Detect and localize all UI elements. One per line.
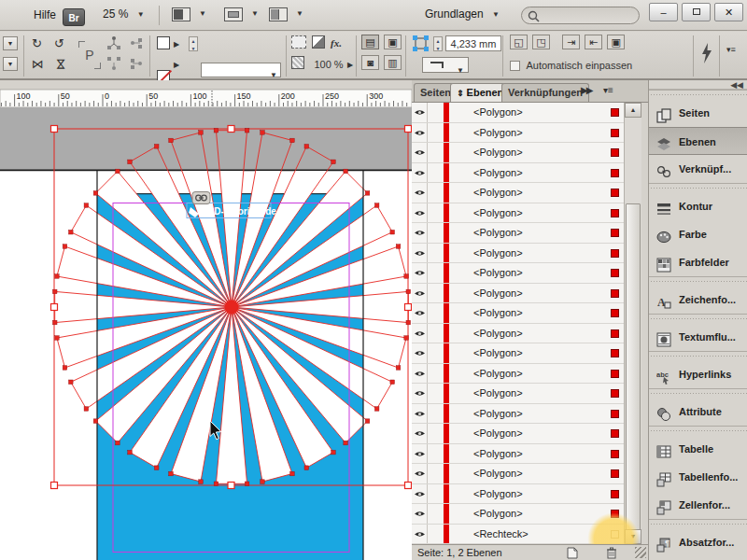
layer-item-name[interactable]: <Polygon> xyxy=(473,387,523,399)
layer-item-name[interactable]: <Polygon> xyxy=(473,106,523,118)
layer-item-name[interactable]: <Polygon> xyxy=(473,427,523,439)
dock-button-ebenen[interactable]: Ebenen xyxy=(649,127,747,155)
new-layer-icon[interactable] xyxy=(566,547,579,560)
dock-button-hyperlinks[interactable]: abcHyperlinks xyxy=(649,360,747,388)
layer-row[interactable]: <Polygon> xyxy=(412,444,624,465)
eye-toggle[interactable] xyxy=(412,263,428,283)
dock-group-grip[interactable] xyxy=(649,91,747,99)
layer-row[interactable]: <Polygon> xyxy=(412,364,624,385)
layer-selection-square[interactable] xyxy=(611,490,619,498)
layer-selection-square[interactable] xyxy=(611,469,619,478)
scroll-up-icon[interactable]: ▲ xyxy=(625,103,641,118)
dock-button-attribute[interactable]: Attribute xyxy=(649,398,747,426)
fill-swatch[interactable] xyxy=(157,36,170,49)
layer-selection-square[interactable] xyxy=(611,410,619,418)
layer-selection-square[interactable] xyxy=(611,249,619,258)
layer-item-name[interactable]: <Polygon> xyxy=(473,408,523,419)
dock-group-grip[interactable] xyxy=(649,520,747,528)
workspace-switcher[interactable]: Grundlagen ▼ xyxy=(425,7,500,21)
textwrap-none-icon[interactable]: ▤ xyxy=(361,35,379,49)
eye-toggle[interactable] xyxy=(412,525,428,544)
dock-button-tabelle[interactable]: Tabelle xyxy=(649,435,747,463)
corner-radius-input[interactable] xyxy=(445,35,501,51)
eye-toggle[interactable] xyxy=(412,343,428,363)
arrange-documents-button[interactable]: ▼ xyxy=(269,7,303,24)
textwrap-shape-icon[interactable]: ◙ xyxy=(361,55,379,70)
layer-selection-square[interactable] xyxy=(611,169,619,177)
textwrap-bounding-icon[interactable]: ▣ xyxy=(384,35,402,49)
layer-row[interactable]: <Polygon> xyxy=(412,424,624,444)
dock-button-textumflu[interactable]: Textumflu... xyxy=(649,323,747,351)
opacity-flyout-arrow[interactable]: ▶ xyxy=(347,57,353,74)
layer-row[interactable]: <Polygon> xyxy=(412,303,624,324)
search-input[interactable] xyxy=(543,7,631,21)
layer-item-name[interactable]: <Polygon> xyxy=(473,488,523,499)
dock-group-grip[interactable] xyxy=(649,277,747,286)
align-left-icon[interactable] xyxy=(129,35,144,52)
eye-toggle[interactable] xyxy=(412,223,428,243)
dock-group-grip[interactable] xyxy=(649,184,747,192)
opacity-field[interactable]: 100 % xyxy=(310,56,347,73)
eye-toggle[interactable] xyxy=(412,424,428,443)
tab-verknuepfungen[interactable]: Verknüpfungen xyxy=(501,83,589,102)
rotate-cw-icon[interactable]: ↻ xyxy=(32,35,42,52)
layer-selection-square[interactable] xyxy=(611,108,619,117)
layer-item-name[interactable]: <Polygon> xyxy=(473,267,523,278)
layer-selection-square[interactable] xyxy=(611,349,619,357)
autofit-checkbox[interactable] xyxy=(510,61,520,71)
menu-hilfe[interactable]: Hilfe xyxy=(28,7,62,23)
effects-fx-button[interactable]: fx. xyxy=(331,35,342,51)
fit-content-to-frame-icon[interactable]: ◳ xyxy=(532,35,550,49)
eye-toggle[interactable] xyxy=(412,123,428,143)
rotate-ccw-icon[interactable]: ↺ xyxy=(54,35,64,52)
layer-item-name[interactable]: <Polygon> xyxy=(473,328,523,339)
layer-item-name[interactable]: <Polygon> xyxy=(473,127,523,138)
maximize-button[interactable] xyxy=(682,3,711,21)
layer-row[interactable]: <Rechteck> xyxy=(412,525,624,545)
control-dropdown-bottom[interactable]: ▼ xyxy=(3,57,18,71)
flip-horizontal-icon[interactable]: ⋈ xyxy=(32,56,44,73)
dock-button-verknpf[interactable]: Verknüpf... xyxy=(649,155,747,183)
layer-item-name[interactable]: <Polygon> xyxy=(473,187,523,198)
eye-toggle[interactable] xyxy=(412,284,428,303)
layer-row[interactable]: <Polygon> xyxy=(412,244,624,264)
eye-toggle[interactable] xyxy=(412,364,428,384)
drop-shadow-icon[interactable] xyxy=(312,35,325,49)
corner-radius-stepper[interactable]: ▲▼ xyxy=(433,36,443,51)
layer-row[interactable]: <Polygon> xyxy=(412,183,624,203)
eye-toggle[interactable] xyxy=(412,183,428,203)
layer-row[interactable]: <Polygon> xyxy=(412,123,624,144)
layer-row[interactable]: <Polygon> xyxy=(412,103,624,123)
layer-selection-square[interactable] xyxy=(611,269,619,277)
layer-selection-square[interactable] xyxy=(611,450,619,458)
align-top-icon[interactable] xyxy=(106,35,121,52)
layer-selection-square[interactable] xyxy=(611,209,619,217)
distribute-icon[interactable] xyxy=(129,56,144,73)
layer-item-name[interactable]: <Polygon> xyxy=(473,368,523,379)
dock-button-zellenfor[interactable]: Zellenfor... xyxy=(649,491,747,519)
dock-button-seiten[interactable]: Seiten xyxy=(649,99,747,127)
scroll-down-icon[interactable]: ▼ xyxy=(625,529,641,544)
dock-collapse-icon[interactable]: ◀◀ xyxy=(730,80,743,90)
corner-options-icon[interactable] xyxy=(291,35,306,49)
dock-button-zeichenfo[interactable]: AZeichenfo... xyxy=(649,286,747,314)
flip-vertical-icon[interactable]: ⋈ xyxy=(52,59,69,71)
delete-layer-trash-icon[interactable] xyxy=(606,547,617,560)
layer-item-name[interactable]: <Polygon> xyxy=(473,227,523,238)
eye-toggle[interactable] xyxy=(412,163,428,183)
panel-resize-grip[interactable] xyxy=(635,547,646,558)
eye-toggle[interactable] xyxy=(412,444,428,464)
layer-selection-square[interactable] xyxy=(611,510,619,518)
dock-button-absatzfor[interactable]: ¶Absatzfor... xyxy=(649,528,747,556)
layer-row[interactable]: <Polygon> xyxy=(412,324,624,344)
layer-row[interactable]: <Polygon> xyxy=(412,384,624,404)
layer-item-name[interactable]: <Polygon> xyxy=(473,448,523,459)
layer-item-name[interactable]: <Polygon> xyxy=(473,347,523,358)
dock-group-grip[interactable] xyxy=(649,427,747,435)
stroke-weight-combo[interactable]: ▼ xyxy=(201,63,281,77)
layers-scrollbar[interactable]: ▲ ▼ xyxy=(624,103,641,544)
eye-toggle[interactable] xyxy=(412,464,428,483)
layer-item-name[interactable]: <Polygon> xyxy=(473,307,523,318)
dock-button-tabellenfo[interactable]: Tabellenfo... xyxy=(649,463,747,491)
scrollbar-thumb[interactable] xyxy=(626,203,641,530)
